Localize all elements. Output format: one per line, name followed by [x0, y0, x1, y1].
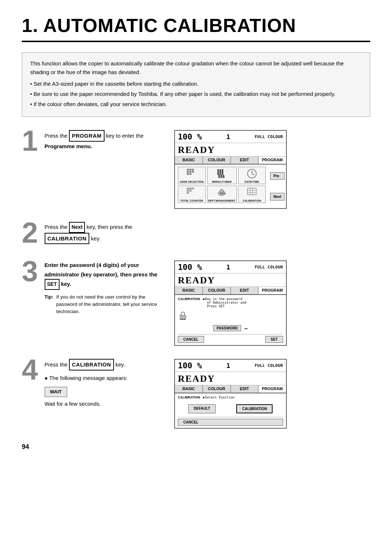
icon-calibration: CALIBRATION	[238, 186, 266, 203]
datetime-graphic	[247, 169, 257, 180]
s3-tab-colour[interactable]: COLOUR	[203, 385, 231, 393]
pre-button[interactable]: Pre	[270, 172, 285, 180]
s2-tab-program[interactable]: PROGRAM	[258, 287, 286, 294]
screen-2-full-colour: FULL COLOUR	[255, 265, 283, 270]
dept-mgmt-label: DEPT.MANAGEMENT	[208, 199, 236, 202]
screen-1-body-wrapper: USER SELECTION 888 888 888	[175, 165, 286, 208]
screen-3: 100 % 1 FULL COLOUR READY BASIC COLOUR E…	[174, 359, 287, 429]
intro-bullet-3: If the colour often deviates, call your …	[30, 100, 362, 109]
password-row: PASSWORD —	[178, 325, 283, 331]
svg-text:***: ***	[220, 193, 225, 196]
tip-text: If you do not need the user control by t…	[56, 293, 160, 316]
step-4-row: 4 Press the CALIBRATION key. ● The follo…	[22, 359, 370, 429]
wait-text: Wait for a few seconds.	[45, 399, 160, 409]
intro-bullet-2: Be sure to use the paper recommended by …	[30, 90, 362, 98]
step-3-bold: Enter the password (4 digits) of your ad…	[45, 262, 158, 287]
total-counter-label: TOTAL COUNTER	[180, 199, 203, 202]
tab-basic[interactable]: BASIC	[175, 157, 203, 164]
tab-colour[interactable]: COLOUR	[203, 157, 231, 164]
set-button[interactable]: SET	[265, 336, 283, 343]
weeklytimer-label: WEEKLYTIMER	[212, 181, 232, 183]
step-4-content: Press the CALIBRATION key. ● The followi…	[45, 359, 160, 409]
screen-1-pct: 100 %	[178, 132, 202, 141]
calibration-key-4: CALIBRATION	[69, 359, 114, 370]
screen-1-body: USER SELECTION 888 888 888	[175, 165, 269, 208]
password-label: PASSWORD	[213, 325, 241, 331]
svg-rect-18	[189, 190, 191, 191]
step-3-text: Enter the password (4 digits) of your ad…	[45, 260, 160, 290]
icon-dept-management: *** DEPT.MANAGEMENT	[207, 186, 237, 203]
cancel-button-s2[interactable]: CANCEL	[178, 336, 204, 343]
screen-2: 100 % 1 FULL COLOUR READY BASIC COLOUR E…	[174, 260, 287, 346]
step-4-bullet: ● The following message appears:	[45, 373, 160, 383]
s3-tab-edit[interactable]: EDIT	[231, 385, 259, 393]
step-3-left: 3 Enter the password (4 digits) of your …	[22, 260, 160, 316]
next-button[interactable]: Next	[270, 193, 285, 200]
step-3-content: Enter the password (4 digits) of your ad…	[45, 260, 160, 316]
screen-3-header: CALIBRATION ▶Select Function	[178, 396, 283, 399]
tab-program[interactable]: PROGRAM	[258, 157, 286, 164]
step-2-left: 2 Press the Next key, then press the CAL…	[22, 222, 160, 247]
step-4-text: Press the CALIBRATION key.	[45, 359, 160, 370]
s2-tab-edit[interactable]: EDIT	[231, 287, 259, 294]
svg-rect-0	[187, 169, 189, 170]
step-1-number: 1	[22, 126, 38, 155]
steps-container: 1 Press the PROGRAM key to enter the Pro…	[22, 130, 370, 429]
screen-2-ready: READY	[175, 274, 286, 287]
calibration-graphic	[247, 187, 257, 198]
tab-edit[interactable]: EDIT	[231, 157, 259, 164]
svg-text:888: 888	[218, 175, 225, 178]
svg-rect-2	[192, 169, 194, 170]
svg-line-13	[252, 174, 254, 175]
calibration-button-s3[interactable]: CALIBRATION	[236, 404, 273, 413]
svg-point-21	[220, 189, 224, 193]
s2-tab-colour[interactable]: COLOUR	[203, 287, 231, 294]
screen-1: 100 % 1 FULL COLOUR READY BASIC COLOUR E…	[174, 130, 287, 209]
user-selection-label: USER SELECTION	[180, 181, 204, 183]
default-button[interactable]: DEFAULT	[188, 404, 216, 413]
screen-3-status: 100 % 1 FULL COLOUR	[175, 360, 286, 372]
step-4-number: 4	[22, 355, 38, 384]
screen-2-status: 100 % 1 FULL COLOUR	[175, 261, 286, 274]
screen-2-header: CALIBRATION ▶Key in the password of Admi…	[178, 297, 283, 308]
screen-3-pct: 100 %	[178, 361, 202, 370]
wait-badge: WAIT	[45, 387, 68, 397]
screen-1-full-colour: FULL COLOUR	[255, 134, 283, 139]
page: 1. AUTOMATIC CALIBRATION This function a…	[0, 0, 392, 473]
svg-rect-19	[187, 192, 189, 194]
s2-tab-basic[interactable]: BASIC	[175, 287, 203, 294]
screen-1-status: 100 % 1 FULL COLOUR	[175, 131, 286, 143]
s3-tab-basic[interactable]: BASIC	[175, 385, 203, 393]
user-selection-graphic	[187, 169, 197, 179]
side-buttons: Pre Next	[269, 165, 286, 208]
svg-rect-17	[187, 190, 189, 191]
lock-row: ***	[178, 311, 283, 322]
screen-2-instruction: ▶Key in the password of Administrator an…	[203, 297, 246, 308]
screen-1-ready: READY	[175, 143, 286, 157]
dept-mgmt-graphic: ***	[217, 187, 227, 199]
page-number: 94	[22, 443, 370, 451]
step-2-number: 2	[22, 218, 38, 247]
program-key: PROGRAM	[69, 130, 105, 142]
step-2-content: Press the Next key, then press the CALIB…	[45, 222, 160, 244]
screen-2-pct: 100 %	[178, 263, 202, 272]
cancel-button-s3[interactable]: CANCEL	[178, 419, 283, 426]
tip-row: Tip: If you do not need the user control…	[45, 293, 160, 316]
next-key: Next	[69, 222, 85, 233]
icon-user-selection: USER SELECTION	[178, 167, 206, 184]
step-1-left: 1 Press the PROGRAM key to enter the Pro…	[22, 130, 160, 155]
screen-1-tabs: BASIC COLOUR EDIT PROGRAM	[175, 157, 286, 165]
screen-2-body: CALIBRATION ▶Key in the password of Admi…	[175, 295, 286, 345]
cancel-row-s3: CANCEL	[178, 417, 283, 426]
s3-tab-program[interactable]: PROGRAM	[258, 385, 286, 393]
select-row: DEFAULT CALIBRATION	[178, 404, 283, 413]
svg-rect-5	[192, 171, 194, 173]
intro-list: Set the A3-sized paper in the cassette b…	[30, 80, 362, 109]
screen-2-tabs: BASIC COLOUR EDIT PROGRAM	[175, 287, 286, 295]
svg-rect-14	[187, 188, 189, 189]
step-3-number: 3	[22, 257, 38, 286]
step-1-content: Press the PROGRAM key to enter the Progr…	[45, 130, 160, 151]
screen-1-num: 1	[226, 133, 230, 141]
svg-rect-4	[189, 171, 191, 173]
intro-box: This function allows the copier to autom…	[22, 52, 370, 117]
